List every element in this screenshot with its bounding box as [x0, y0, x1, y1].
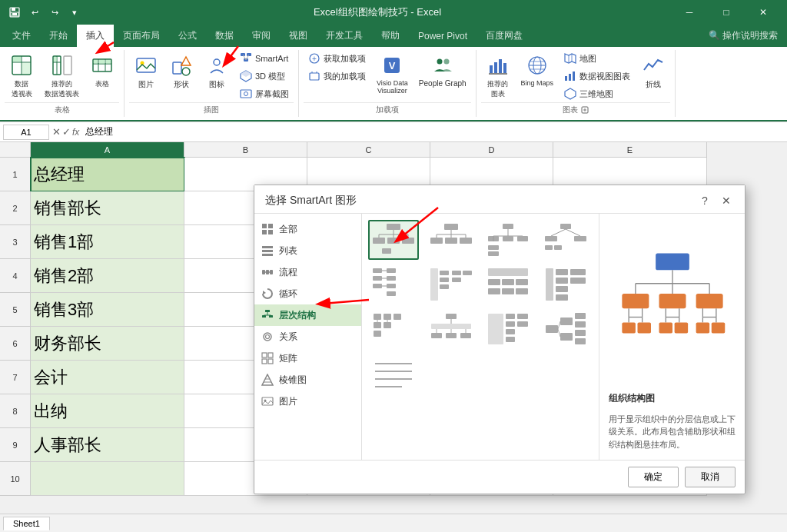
cat-relation[interactable]: 关系: [254, 326, 361, 347]
svg-rect-181: [506, 329, 515, 334]
cat-process[interactable]: 流程: [254, 261, 361, 283]
smartart-hierarchy-11[interactable]: [483, 309, 533, 349]
dialog-footer: 确定 取消: [254, 460, 745, 494]
svg-rect-205: [659, 294, 686, 308]
svg-rect-182: [506, 337, 515, 342]
svg-marker-77: [263, 291, 266, 294]
smartart-hierarchy-12[interactable]: [540, 309, 591, 349]
cat-pyramid-icon: [261, 373, 274, 387]
svg-rect-213: [637, 322, 651, 333]
svg-rect-71: [262, 254, 273, 256]
svg-rect-146: [463, 271, 472, 275]
svg-rect-162: [384, 314, 391, 320]
svg-rect-165: [384, 322, 391, 328]
cat-picture[interactable]: 图片: [254, 391, 361, 412]
svg-rect-87: [268, 353, 273, 357]
svg-rect-136: [387, 268, 396, 273]
svg-rect-113: [460, 238, 472, 244]
svg-rect-78: [265, 310, 270, 312]
cat-relation-label: 关系: [279, 331, 297, 344]
svg-rect-74: [270, 270, 273, 274]
smartart-hierarchy-7[interactable]: [483, 264, 533, 304]
svg-rect-166: [374, 331, 381, 337]
cat-list-icon: [261, 244, 274, 258]
svg-rect-130: [373, 268, 382, 273]
dialog-cancel-button[interactable]: 取消: [685, 467, 736, 487]
svg-line-124: [551, 229, 566, 236]
svg-rect-169: [446, 314, 457, 319]
svg-rect-129: [554, 245, 562, 250]
svg-point-84: [264, 333, 271, 341]
svg-rect-177: [460, 333, 471, 338]
smartart-dialog: 选择 SmartArt 图形 ? ✕ 全部 列表: [254, 185, 745, 494]
svg-rect-198: [656, 253, 689, 270]
preview-title: 组织结构图: [609, 392, 736, 405]
smartart-org-chart[interactable]: [368, 220, 419, 260]
cat-list-label: 列表: [279, 244, 297, 258]
org-chart-preview: [619, 250, 726, 357]
smartart-hierarchy-8[interactable]: [540, 264, 591, 304]
dialog-help-button[interactable]: ?: [697, 193, 712, 208]
dialog-close-button[interactable]: ✕: [719, 193, 734, 208]
cat-hierarchy-icon: [261, 308, 274, 322]
cat-process-icon: [261, 265, 274, 279]
smartart-hierarchy-10[interactable]: [426, 309, 477, 349]
svg-rect-180: [506, 321, 515, 327]
svg-rect-102: [387, 238, 400, 244]
svg-rect-142: [440, 278, 449, 282]
svg-rect-163: [394, 314, 401, 320]
svg-rect-68: [268, 230, 273, 234]
cat-cycle[interactable]: 循环: [254, 283, 361, 304]
svg-rect-164: [374, 322, 381, 328]
svg-rect-112: [445, 238, 457, 244]
smartart-text-1[interactable]: [368, 354, 419, 394]
svg-rect-212: [622, 322, 636, 333]
svg-rect-160: [570, 278, 586, 284]
smartart-grid: [362, 214, 599, 460]
cat-pyramid-label: 棱锥图: [279, 374, 307, 387]
svg-rect-156: [556, 278, 568, 284]
cat-list[interactable]: 列表: [254, 240, 361, 261]
svg-rect-178: [488, 314, 503, 344]
svg-rect-89: [268, 359, 273, 364]
svg-line-125: [566, 229, 580, 236]
svg-rect-140: [430, 268, 438, 301]
svg-rect-151: [488, 288, 500, 294]
cat-relation-icon: [261, 330, 274, 344]
dialog-ok-button[interactable]: 确定: [628, 467, 679, 487]
svg-rect-144: [452, 271, 461, 275]
svg-rect-137: [387, 276, 396, 281]
svg-rect-65: [262, 224, 267, 228]
svg-rect-226: [696, 322, 709, 333]
smartart-hierarchy-3[interactable]: [483, 220, 533, 260]
cat-hierarchy-label: 层次结构: [279, 309, 316, 322]
svg-rect-190: [575, 330, 586, 336]
svg-rect-101: [373, 238, 385, 244]
svg-rect-153: [516, 288, 528, 294]
smartart-hierarchy-5[interactable]: [368, 264, 419, 304]
cat-matrix-icon: [261, 351, 274, 365]
svg-rect-179: [506, 314, 515, 319]
svg-rect-105: [444, 224, 458, 230]
smartart-hierarchy-6[interactable]: [426, 264, 477, 304]
cat-hierarchy[interactable]: 层次结构: [254, 304, 361, 326]
svg-rect-204: [622, 294, 649, 308]
preview-chart-area: [609, 223, 736, 384]
cat-cycle-label: 循环: [279, 288, 297, 301]
svg-rect-86: [262, 353, 267, 357]
svg-rect-128: [545, 245, 553, 250]
svg-rect-148: [488, 279, 500, 285]
cat-pyramid[interactable]: 棱锥图: [254, 369, 361, 391]
cat-matrix[interactable]: 矩阵: [254, 347, 361, 369]
svg-rect-132: [373, 284, 382, 288]
cat-picture-label: 图片: [279, 395, 297, 408]
smartart-hierarchy-9[interactable]: [368, 309, 419, 349]
smartart-org-chart-2[interactable]: [426, 220, 477, 260]
svg-rect-227: [711, 322, 725, 333]
smartart-hierarchy-4[interactable]: [540, 220, 591, 260]
svg-rect-175: [431, 333, 442, 338]
cat-all[interactable]: 全部: [254, 218, 361, 240]
cat-all-icon: [261, 222, 274, 236]
svg-rect-127: [574, 236, 586, 241]
cat-all-label: 全部: [279, 223, 297, 236]
